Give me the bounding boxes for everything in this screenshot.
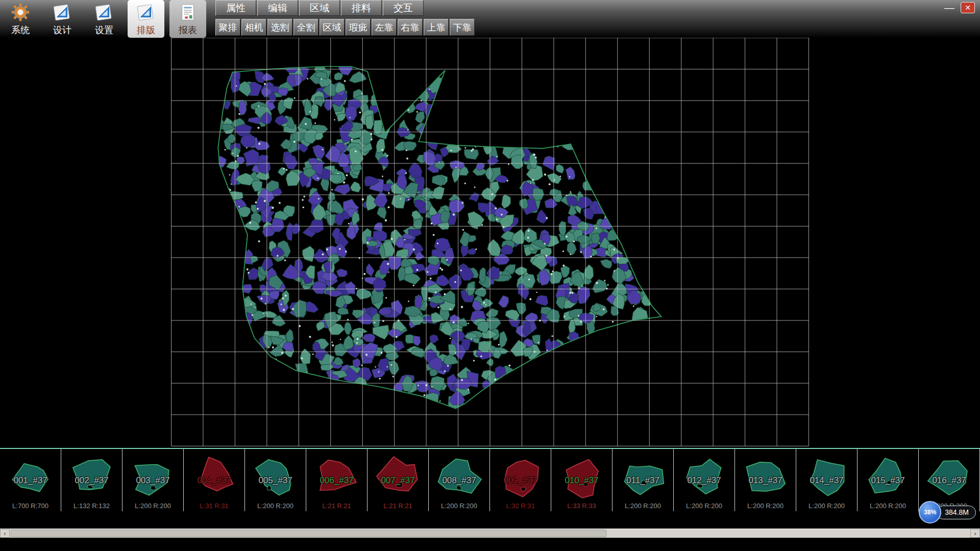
piece-shape-preview	[675, 450, 734, 510]
tool-button-region[interactable]: 区域	[320, 19, 345, 36]
tool-button-camera[interactable]: 相机	[241, 19, 266, 36]
tool-button-row: 聚排相机选割全割区域瑕疵左靠右靠上靠下靠	[215, 19, 475, 36]
horizontal-scrollbar[interactable]: ‹ ›	[0, 529, 980, 538]
main-button-design[interactable]: 设计	[44, 0, 81, 38]
scrollbar-thumb[interactable]	[11, 530, 606, 537]
progress-circle: 38%	[919, 501, 941, 523]
piece-thumbnail[interactable]: 003_#37L:200 R:200	[122, 449, 184, 511]
piece-thumbnail[interactable]: 008_#37L:200 R:200	[429, 449, 490, 511]
set-square-icon	[94, 2, 114, 22]
main-button-label: 系统	[11, 24, 30, 36]
tool-button-align-right[interactable]: 右靠	[398, 19, 423, 36]
tool-button-align-left[interactable]: 左靠	[372, 19, 397, 36]
piece-shape-preview	[1, 450, 60, 510]
tool-button-defect[interactable]: 瑕疵	[346, 19, 371, 36]
app-window: 系统设计设置排版报表 属性编辑区域排料交互 聚排相机选割全割区域瑕疵左靠右靠上靠…	[0, 0, 980, 551]
piece-shape-preview	[552, 450, 611, 510]
close-button[interactable]: ✕	[961, 2, 975, 13]
main-button-label: 设置	[95, 24, 113, 36]
piece-thumbnail[interactable]: 012_#37L:200 R:200	[674, 449, 735, 511]
menu-tab-interaction[interactable]: 交互	[383, 0, 424, 16]
piece-thumbnail[interactable]: 014_#37L:200 R:200	[796, 449, 857, 511]
piece-shape-preview	[614, 450, 673, 510]
window-controls: — ✕	[944, 2, 975, 13]
menu-tab-properties[interactable]: 属性	[215, 0, 256, 16]
set-square-icon	[136, 2, 156, 22]
piece-shape-preview	[491, 450, 550, 510]
tool-button-align-bottom[interactable]: 下靠	[450, 19, 475, 36]
piece-shape-preview	[124, 450, 183, 510]
toolbar: 系统设计设置排版报表 属性编辑区域排料交互 聚排相机选割全割区域瑕疵左靠右靠上靠…	[0, 0, 980, 38]
piece-shape-preview	[246, 450, 305, 510]
main-button-layout[interactable]: 排版	[128, 0, 164, 38]
minimize-button[interactable]: —	[944, 3, 954, 13]
piece-thumbnail[interactable]: 006_#37L:21 R:21	[306, 449, 368, 511]
main-button-system[interactable]: 系统	[2, 0, 39, 38]
piece-shape-preview	[62, 450, 121, 510]
piece-thumbnail[interactable]: 015_#37L:200 R:200	[857, 449, 919, 511]
piece-thumbnail[interactable]: 005_#37L:200 R:200	[245, 449, 306, 511]
memory-pill: 384.8M	[936, 506, 976, 519]
piece-thumbnail[interactable]: 013_#37L:200 R:200	[735, 449, 796, 511]
menu-area: 属性编辑区域排料交互 聚排相机选割全割区域瑕疵左靠右靠上靠下靠	[215, 0, 475, 36]
piece-shape-preview	[307, 450, 366, 510]
menu-tab-region[interactable]: 区域	[299, 0, 340, 16]
piece-shape-preview	[430, 450, 489, 510]
menu-tab-edit[interactable]: 编辑	[257, 0, 298, 16]
main-toolbar: 系统设计设置排版报表	[2, 0, 206, 38]
piece-thumbnail[interactable]: 002_#37L:132 R:132	[61, 449, 122, 511]
scrollbar-track[interactable]	[10, 529, 970, 538]
report-icon	[178, 2, 198, 22]
status-badge: 38% 384.8M	[919, 501, 976, 523]
main-button-label: 报表	[179, 24, 197, 36]
piece-thumbnail[interactable]: 001_#37L:700 R:700	[0, 449, 61, 511]
gear-icon	[10, 2, 31, 22]
nesting-canvas-svg	[0, 38, 980, 448]
main-button-label: 设计	[53, 24, 71, 36]
piece-thumbnail[interactable]: 011_#37L:200 R:200	[612, 449, 674, 511]
piece-thumbnail[interactable]: 004_#37L:31 R:31	[184, 449, 245, 511]
progress-percent: 38%	[924, 509, 936, 516]
scroll-left-arrow[interactable]: ‹	[0, 529, 10, 538]
piece-shape-preview	[736, 450, 795, 510]
piece-shape-preview	[185, 450, 244, 510]
tool-button-cut-all[interactable]: 全割	[293, 19, 318, 36]
tool-button-cluster-nest[interactable]: 聚排	[215, 19, 240, 36]
menu-tab-row: 属性编辑区域排料交互	[215, 0, 475, 16]
piece-shape-preview	[369, 450, 428, 510]
nesting-canvas[interactable]	[0, 38, 980, 448]
piece-thumbnail[interactable]: 010_#37L:33 R:33	[551, 449, 612, 511]
piece-thumbnail[interactable]: 009_#37L:32 R:31	[490, 449, 551, 511]
piece-strip: 001_#37L:700 R:700002_#37L:132 R:132003_…	[0, 448, 980, 511]
main-button-settings[interactable]: 设置	[86, 0, 122, 38]
tool-button-align-top[interactable]: 上靠	[424, 19, 449, 36]
memory-value: 384.8M	[945, 508, 969, 516]
scroll-right-arrow[interactable]: ›	[970, 529, 980, 538]
main-button-label: 排版	[137, 24, 155, 36]
tool-button-select-cut[interactable]: 选割	[267, 19, 292, 36]
piece-thumbnail[interactable]: 007_#37L:21 R:21	[368, 449, 429, 511]
main-button-report[interactable]: 报表	[169, 0, 206, 38]
piece-shape-preview	[797, 450, 856, 510]
piece-shape-preview	[859, 450, 918, 510]
set-square-icon	[52, 2, 72, 22]
menu-tab-nesting[interactable]: 排料	[341, 0, 382, 16]
